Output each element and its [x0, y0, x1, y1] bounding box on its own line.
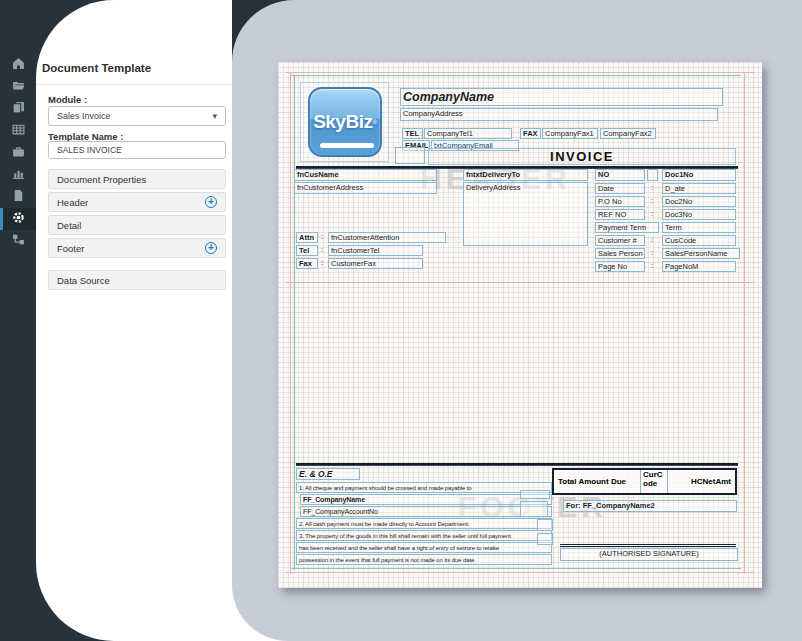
empty-field[interactable]: [537, 533, 553, 545]
briefcase-icon: [12, 144, 25, 162]
info-label[interactable]: Customer #: [595, 235, 645, 246]
info-value[interactable]: CusCode: [662, 235, 736, 246]
for-company-field[interactable]: For: FF_CompanyName2: [563, 500, 737, 512]
section-guide: [294, 75, 295, 570]
margin-guide: [286, 572, 754, 573]
info-value[interactable]: D_ate: [662, 183, 736, 194]
authorised-signature-field[interactable]: (AUTHORISED SIGNATURE): [560, 548, 738, 561]
registered-mark: ®: [372, 119, 376, 125]
empty-field[interactable]: [395, 147, 425, 164]
document-properties-button[interactable]: Document Properties: [48, 169, 226, 189]
colon: :: [651, 248, 653, 257]
logo-selection-box[interactable]: SkyBiz®: [300, 82, 389, 162]
icon-sidebar: [0, 54, 36, 252]
sidebar-item-business[interactable]: [0, 142, 36, 164]
colon: :: [321, 258, 323, 267]
workflow-icon: [12, 232, 25, 250]
info-label[interactable]: Sales Person: [595, 248, 645, 259]
header-section-button[interactable]: Header +: [48, 192, 226, 212]
home-icon: [12, 56, 25, 74]
button-label: Footer: [57, 243, 84, 254]
company-address-field[interactable]: CompanyAddress: [400, 108, 718, 121]
add-icon[interactable]: +: [205, 196, 217, 208]
info-value[interactable]: Doc2No: [662, 196, 736, 207]
customer-attn-field[interactable]: fnCustomerAttention: [328, 232, 446, 243]
info-label[interactable]: P.O No: [595, 196, 645, 207]
terms-line[interactable]: FF_CompanyAccountNo: [300, 506, 552, 517]
footer-separator-line: [296, 463, 738, 466]
document-template-panel: Document Template Module : Sales Invoice…: [36, 0, 232, 641]
sidebar-item-home[interactable]: [0, 54, 36, 76]
sidebar-item-reports[interactable]: [0, 164, 36, 186]
tel-label-field[interactable]: TEL :: [402, 128, 423, 139]
terms-line[interactable]: has been received and the seller shall h…: [296, 542, 552, 553]
empty-field[interactable]: [647, 169, 658, 181]
margin-guide: [286, 72, 754, 73]
delivery-address-field[interactable]: DeliveryAddress: [463, 182, 588, 246]
invoice-template-paper: HEADER FOOTER SkyBiz® CompanyName Compan…: [278, 62, 762, 588]
company-tel-field[interactable]: CompanyTel1: [424, 128, 512, 139]
sidebar-item-tables[interactable]: [0, 120, 36, 142]
info-value[interactable]: Term: [662, 222, 736, 233]
bar-chart-icon: [12, 166, 25, 184]
company-name-field[interactable]: CompanyName: [400, 88, 723, 106]
colon: :: [651, 235, 653, 244]
data-source-button[interactable]: Data Source: [48, 270, 226, 290]
add-icon[interactable]: +: [205, 242, 217, 254]
section-guide: [291, 568, 741, 569]
chevron-down-icon: ▾: [212, 111, 217, 121]
fax-label-field[interactable]: Fax: [296, 258, 318, 269]
skybiz-logo[interactable]: SkyBiz®: [308, 87, 382, 157]
divider: [36, 84, 232, 85]
colon: :: [321, 232, 323, 241]
margin-guide: [744, 72, 745, 574]
total-amount-box[interactable]: Total Amount Due CurCode HCNetAmt: [552, 468, 737, 495]
margin-guide: [290, 72, 291, 574]
sidebar-item-pages[interactable]: [0, 186, 36, 208]
empty-field[interactable]: [520, 490, 550, 499]
module-select[interactable]: Sales Invoice ▾: [48, 106, 226, 126]
terms-line[interactable]: FF_CompanyName: [300, 494, 552, 505]
info-col2-header[interactable]: Doc1No: [662, 169, 736, 181]
terms-line[interactable]: 3. The property of the goods in this bil…: [296, 530, 552, 541]
info-label[interactable]: Page No: [595, 261, 645, 272]
info-value[interactable]: SalesPersonName: [662, 248, 740, 259]
customer-tel-field[interactable]: fnCustomerTel: [328, 245, 423, 256]
customer-name-field[interactable]: fnCusName: [294, 169, 437, 181]
info-value[interactable]: Doc3No: [662, 209, 736, 220]
customer-fax-field[interactable]: CustomerFax: [328, 258, 423, 269]
info-label[interactable]: Payment Term: [595, 222, 659, 233]
sidebar-item-workflow[interactable]: [0, 230, 36, 252]
info-col1-header[interactable]: NO: [595, 169, 645, 181]
terms-line[interactable]: 1. All cheque and payment should be cros…: [296, 482, 552, 493]
fax-label-field[interactable]: FAX :: [520, 128, 541, 139]
company-fax1-field[interactable]: CompanyFax1: [542, 128, 598, 139]
tel-label-field[interactable]: Tel: [296, 245, 318, 256]
sidebar-item-files[interactable]: [0, 76, 36, 98]
button-label: Document Properties: [57, 174, 146, 185]
customer-address-field[interactable]: fnCustomerAddress: [294, 182, 437, 194]
band-guide: [286, 282, 754, 283]
sidebar-item-documents[interactable]: [0, 98, 36, 120]
delivery-header-field[interactable]: fntxtDeliveryTo: [463, 169, 588, 181]
info-label[interactable]: REF NO: [595, 209, 645, 220]
eoe-field[interactable]: E. & O.E: [296, 468, 360, 480]
detail-section-button[interactable]: Detail: [48, 215, 226, 235]
info-label[interactable]: Date: [595, 183, 645, 194]
logo-text: SkyBiz: [313, 111, 372, 133]
terms-line[interactable]: 2. All cash payment must be made directl…: [296, 518, 552, 529]
empty-field[interactable]: [537, 519, 553, 531]
logo-underline-bar: [320, 143, 374, 148]
currency-field[interactable]: CurCode: [640, 470, 668, 493]
company-fax2-field[interactable]: CompanyFax2: [600, 128, 656, 139]
footer-section-button[interactable]: Footer +: [48, 238, 226, 258]
folder-icon: [12, 78, 25, 96]
template-name-input[interactable]: SALES INVOICE: [48, 141, 226, 159]
sidebar-item-settings[interactable]: [0, 208, 36, 230]
attn-label-field[interactable]: Attn: [296, 232, 318, 243]
terms-line[interactable]: possession in the event that full paymen…: [296, 554, 552, 565]
invoice-title-field[interactable]: INVOICE: [428, 148, 736, 165]
empty-field[interactable]: [520, 501, 548, 517]
colon: :: [651, 209, 653, 218]
info-value[interactable]: PageNoM: [662, 261, 736, 272]
